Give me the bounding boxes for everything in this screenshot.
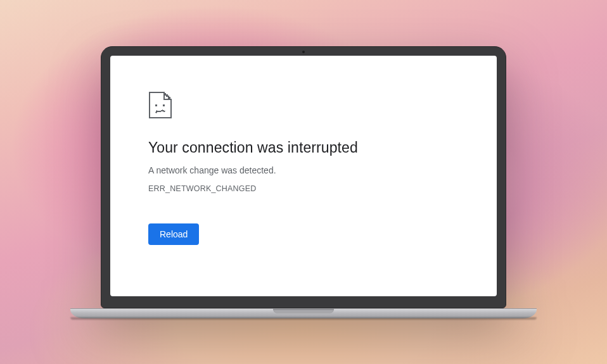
sad-document-icon (148, 91, 172, 119)
reload-button[interactable]: Reload (148, 223, 199, 245)
camera-dot (302, 51, 305, 53)
laptop-frame: Your connection was interrupted A networ… (101, 46, 506, 318)
error-code: ERR_NETWORK_CHANGED (148, 184, 459, 193)
error-subtitle: A network change was detected. (148, 165, 459, 175)
error-title: Your connection was interrupted (148, 139, 459, 156)
laptop-lid: Your connection was interrupted A networ… (101, 46, 506, 308)
svg-rect-1 (163, 104, 165, 106)
laptop-base (70, 308, 537, 318)
svg-rect-0 (155, 104, 157, 106)
browser-error-page: Your connection was interrupted A networ… (110, 56, 497, 296)
